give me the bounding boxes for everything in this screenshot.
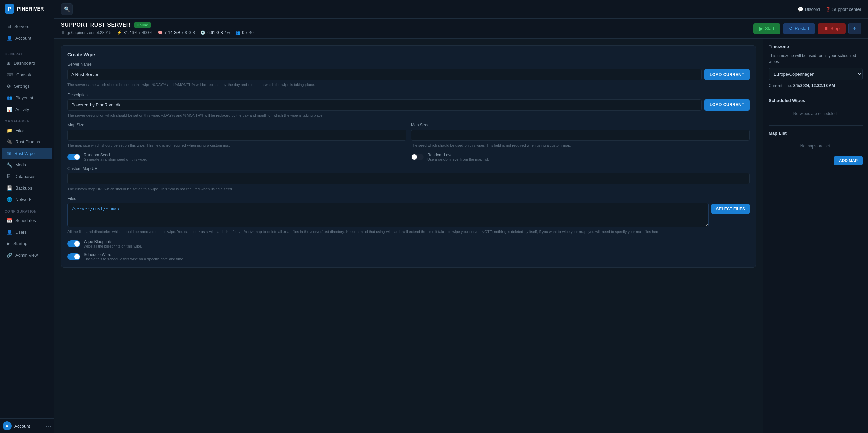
random-seed-toggle-labels: Random Seed Generate a random seed on th…	[84, 153, 147, 161]
sidebar-item-activity[interactable]: 📊 Activity	[2, 104, 52, 115]
server-name-input[interactable]	[67, 69, 702, 80]
sidebar-item-schedules[interactable]: 📅 Schedules	[2, 215, 52, 226]
start-button[interactable]: ▶ Start	[753, 23, 780, 34]
sidebar-item-startup[interactable]: ▶ Startup	[2, 238, 52, 249]
server-header: SUPPORT RUST SERVER Online 🖥 gs05.pineri…	[54, 19, 868, 39]
sidebar-bottom: A Account ⋯	[0, 418, 54, 433]
sidebar-label-account-top: Account	[15, 36, 31, 41]
stat-address: 🖥 gs05.pineriver.net:28015	[61, 30, 111, 35]
map-seed-input[interactable]	[411, 130, 750, 141]
files-textarea[interactable]: /server/rust/*.map	[67, 203, 709, 227]
sidebar-item-playerlist[interactable]: 👥 Playerlist	[2, 92, 52, 103]
topbar-right: 💬 Discord ❓ Support center	[798, 7, 861, 12]
sidebar-label-databases: Databases	[14, 174, 35, 179]
sidebar-item-backups[interactable]: 💾 Backups	[2, 182, 52, 194]
account-icon-top: 👤	[7, 36, 12, 41]
sidebar-item-network[interactable]: 🌐 Network	[2, 194, 52, 205]
admin-view-icon: 🔗	[7, 253, 12, 258]
network-icon: 🌐	[7, 197, 12, 202]
users-icon: 👤	[7, 230, 12, 235]
server-actions: ▶ Start ↺ Restart ⏹ Stop ✈	[753, 23, 861, 34]
sidebar-item-rust-plugins[interactable]: 🔌 Rust Plugins	[2, 136, 52, 147]
wipe-blueprints-toggle[interactable]	[67, 240, 80, 247]
files-help: All the files and directories which shou…	[67, 229, 750, 235]
sidebar-item-dashboard[interactable]: ⊞ Dashboard	[2, 58, 52, 69]
sidebar-item-console[interactable]: ⌨ Console	[2, 69, 52, 80]
rust-wipe-icon: 🗑	[7, 151, 11, 156]
sidebar-label-playerlist: Playerlist	[15, 95, 33, 100]
sidebar-label-console: Console	[16, 72, 33, 77]
stop-button[interactable]: ⏹ Stop	[818, 23, 846, 34]
wipe-blueprints-group: Wipe Blueprints Wipe all the blueprints …	[67, 239, 750, 248]
map-size-seed-row: Map Size The map size which should be se…	[67, 123, 750, 161]
server-name-group: Server Name LOAD CURRENT The server name…	[67, 62, 750, 88]
sidebar-item-users[interactable]: 👤 Users	[2, 227, 52, 238]
map-size-label: Map Size	[67, 123, 406, 127]
restart-button[interactable]: ↺ Restart	[783, 23, 815, 34]
sidebar-label-settings: Settings	[14, 84, 30, 89]
map-size-input[interactable]	[67, 130, 406, 141]
mods-icon: 🔧	[7, 162, 12, 168]
sidebar-label-rust-plugins: Rust Plugins	[15, 139, 40, 144]
files-group: Files /server/rust/*.map SELECT FILES Al…	[67, 196, 750, 235]
description-help: The server description which should be s…	[67, 113, 750, 118]
stat-disk: 💿 6.61 GiB / ∞	[200, 30, 230, 35]
scheduled-wipes-title: Scheduled Wipes	[769, 98, 863, 103]
load-current-server-name-button[interactable]: LOAD CURRENT	[704, 69, 750, 80]
players-max: 40	[249, 30, 253, 35]
create-wipe-title: Create Wipe	[67, 52, 750, 57]
logo[interactable]: P PINERIVER	[0, 0, 54, 18]
sidebar: P PINERIVER 🖥 Servers 👤 Account GENERAL …	[0, 0, 54, 433]
timezone-select[interactable]: Europe/Copenhagen	[769, 68, 863, 80]
server-name-help: The server name which should be set on t…	[67, 82, 750, 88]
custom-map-label: Custom Map URL	[67, 166, 750, 171]
map-seed-help: The seed which should be used on this wi…	[411, 143, 750, 149]
random-level-help: Use a random level from the map list.	[427, 157, 489, 161]
bottom-user[interactable]: A Account	[3, 421, 30, 430]
sidebar-item-servers[interactable]: 🖥 Servers	[2, 21, 52, 32]
timezone-section: Timezone This timezone will be used for …	[769, 44, 863, 88]
random-seed-toggle[interactable]	[67, 154, 80, 160]
sidebar-item-databases[interactable]: 🗄 Databases	[2, 171, 52, 182]
current-time-value: 8/5/2024, 12:32:13 AM	[793, 83, 835, 88]
select-files-button[interactable]: SELECT FILES	[711, 204, 750, 214]
wipe-blueprints-toggle-row: Wipe Blueprints Wipe all the blueprints …	[67, 239, 750, 248]
timezone-text: This timezone will be used for all your …	[769, 53, 863, 65]
telegram-button[interactable]: ✈	[848, 23, 861, 34]
databases-icon: 🗄	[7, 174, 11, 179]
schedule-wipe-group: Schedule Wipe Enable this to schedule th…	[67, 252, 750, 261]
ram-max: 8 GiB	[185, 30, 195, 35]
server-title-row: SUPPORT RUST SERVER Online	[61, 22, 254, 28]
add-map-button[interactable]: ADD MAP	[834, 156, 863, 165]
schedule-wipe-toggle[interactable]	[67, 253, 80, 260]
description-input[interactable]	[67, 99, 702, 111]
sidebar-item-account-top[interactable]: 👤 Account	[2, 33, 52, 44]
sidebar-item-settings[interactable]: ⚙ Settings	[2, 81, 52, 92]
load-current-description-button[interactable]: LOAD CURRENT	[704, 99, 750, 111]
custom-map-input[interactable]	[67, 173, 750, 184]
sidebar-item-admin-view[interactable]: 🔗 Admin view	[2, 250, 52, 261]
sidebar-item-rust-wipe[interactable]: 🗑 Rust Wipe	[2, 148, 52, 159]
activity-icon: 📊	[7, 107, 12, 112]
bottom-username: Account	[14, 424, 30, 429]
sidebar-item-files[interactable]: 📁 Files	[2, 125, 52, 136]
sidebar-item-mods[interactable]: 🔧 Mods	[2, 159, 52, 171]
map-list-section: Map List No maps are set. ADD MAP	[769, 131, 863, 153]
files-icon: 📁	[7, 128, 12, 133]
stop-icon: ⏹	[824, 26, 828, 31]
ram-icon: 🧠	[158, 30, 163, 35]
map-size-help: The map size which should be set on this…	[67, 143, 406, 149]
ram-value: 7.14 GiB	[164, 30, 180, 35]
discord-icon: 💬	[798, 7, 803, 12]
schedule-wipe-toggle-row: Schedule Wipe Enable this to schedule th…	[67, 252, 750, 261]
custom-map-help: The custom map URL which should be set o…	[67, 186, 750, 192]
playerlist-icon: 👥	[7, 95, 12, 100]
search-button[interactable]: 🔍	[61, 3, 73, 15]
support-link[interactable]: ❓ Support center	[825, 7, 861, 12]
more-options-icon[interactable]: ⋯	[46, 423, 51, 429]
discord-link[interactable]: 💬 Discord	[798, 7, 820, 12]
create-wipe-card: Create Wipe Server Name LOAD CURRENT The…	[61, 45, 756, 268]
random-level-toggle[interactable]	[411, 154, 424, 160]
sidebar-label-users: Users	[15, 230, 27, 235]
restart-icon: ↺	[789, 26, 793, 31]
